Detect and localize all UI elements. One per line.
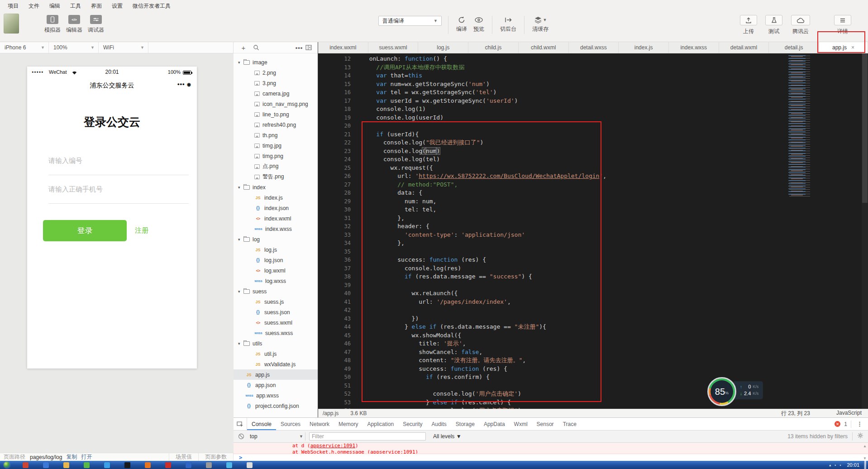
expand-arrow-icon[interactable]: ▾ (238, 289, 243, 294)
devtools-tab[interactable]: Sensor (532, 418, 558, 430)
inspect-element-icon[interactable] (234, 418, 247, 430)
collapse-panel-icon[interactable] (304, 45, 313, 50)
editor-tab-appjs-active[interactable]: app.js × (819, 42, 868, 53)
phone-number-input[interactable]: 请输入正确手机号 (48, 185, 103, 194)
tree-item-点.png[interactable]: 点.png (234, 161, 318, 172)
editor-tab[interactable]: log.js (418, 42, 468, 53)
menu-item[interactable]: 编辑 (44, 0, 65, 12)
taskbar-app-icon[interactable] (124, 462, 130, 468)
tree-item-log[interactable]: ▾log (234, 234, 318, 244)
clear-console-icon[interactable] (238, 433, 244, 440)
account-input[interactable]: 请输入编号 (48, 157, 82, 165)
devtools-tab[interactable]: Audits (427, 418, 451, 430)
log-levels-select[interactable]: All levels ▼ (433, 433, 462, 440)
tree-item-index[interactable]: ▾index (234, 182, 318, 192)
expand-arrow-icon[interactable]: ▾ (238, 237, 243, 242)
tree-item-suess.wxml[interactable]: <>suess.wxml (234, 317, 318, 328)
simulator-toggle-button[interactable]: 模拟器 (42, 15, 63, 34)
devtools-tab[interactable]: Wxml (510, 418, 532, 430)
tree-item-index.wxml[interactable]: <>index.wxml (234, 213, 318, 224)
tree-item-suess[interactable]: ▾suess (234, 286, 318, 297)
tencent-cloud-button[interactable]: 腾讯云 (787, 15, 815, 35)
search-icon[interactable] (252, 44, 261, 51)
editor-tab[interactable]: detail.js (769, 42, 819, 53)
expand-arrow-icon[interactable]: ▾ (238, 341, 243, 346)
tree-item-wxValidate.js[interactable]: JSwxValidate.js (234, 359, 318, 369)
tree-item-log.js[interactable]: JSlog.js (234, 244, 318, 255)
clear-cache-button[interactable]: ▼ 清缓存 (532, 16, 548, 33)
editor-tab[interactable]: detail.wxml (719, 42, 769, 53)
test-button[interactable]: 测试 (761, 15, 787, 35)
console-prompt[interactable]: > (234, 454, 868, 461)
devtools-tab[interactable]: Application (362, 418, 398, 430)
page-params-tab[interactable]: 页面参数 (198, 453, 233, 461)
devtools-tab[interactable]: Trace (558, 418, 581, 430)
tree-item-camera.jpg[interactable]: camera.jpg (234, 88, 318, 99)
devtools-tab[interactable]: Memory (334, 418, 362, 430)
taskbar-app-icon[interactable] (226, 462, 232, 468)
close-icon[interactable]: × (851, 44, 854, 51)
taskbar-app-icon[interactable] (206, 462, 212, 468)
devtools-tab[interactable]: Storage (451, 418, 479, 430)
menu-item[interactable]: 文件 (24, 0, 44, 12)
tree-item-image[interactable]: ▾image (234, 57, 318, 67)
devtools-tab[interactable]: AppData (479, 418, 510, 430)
menu-item[interactable]: 界面 (86, 0, 107, 12)
scene-value-tab[interactable]: 场景值 (169, 453, 198, 461)
editor-toggle-button[interactable]: </> 编辑器 (63, 15, 85, 34)
preview-button[interactable]: 预览 (473, 16, 484, 33)
system-tray-icons[interactable]: ▴ ▪ ▪ (829, 463, 842, 467)
source-link[interactable]: appservice:1091 (310, 443, 355, 449)
console-scrollbar[interactable]: ▲▼ (862, 444, 868, 460)
editor-tab[interactable]: child.wxml (519, 42, 569, 53)
tree-item-line_to.png[interactable]: line_to.png (234, 109, 318, 120)
taskbar-app-icon[interactable] (186, 462, 191, 468)
tree-item-refresh40.png[interactable]: refresh40.png (234, 120, 318, 130)
tree-item-project.config.json[interactable]: {}project.config.json (234, 401, 318, 411)
menu-item[interactable]: 工具 (65, 0, 86, 12)
tree-item-app.wxss[interactable]: wxssapp.wxss (234, 390, 318, 401)
user-avatar[interactable] (4, 14, 19, 34)
menu-item[interactable]: 项目 (3, 0, 24, 12)
tree-item-suess.js[interactable]: JSsuess.js (234, 297, 318, 307)
devtools-tab[interactable]: Security (398, 418, 427, 430)
menu-item[interactable]: 设置 (107, 0, 128, 12)
tree-item-util.js[interactable]: JSutil.js (234, 349, 318, 359)
editor-tab[interactable]: index.js (619, 42, 669, 53)
tree-item-app.js[interactable]: JSapp.js (234, 369, 318, 380)
tree-item-suess.wxss[interactable]: wxsssuess.wxss (234, 328, 318, 338)
start-button[interactable] (4, 462, 10, 468)
editor-tab[interactable]: index.wxss (669, 42, 719, 53)
expand-arrow-icon[interactable]: ▾ (238, 185, 243, 190)
tree-item-log.wxss[interactable]: wxsslog.wxss (234, 276, 318, 286)
more-icon[interactable]: ••• (294, 44, 304, 51)
editor-tab[interactable]: index.wxml (318, 42, 368, 53)
tree-item-utils[interactable]: ▾utils (234, 338, 318, 349)
taskbar-app-icon[interactable] (23, 462, 29, 468)
login-button[interactable]: 登录 (43, 220, 127, 241)
editor-tab[interactable]: suess.wxml (368, 42, 419, 53)
compile-button[interactable]: 编译 (456, 16, 467, 33)
network-select[interactable]: WiFi▼ (99, 42, 148, 53)
tree-item-log.json[interactable]: {}log.json (234, 255, 318, 265)
tree-item-index.json[interactable]: {}index.json (234, 203, 318, 213)
devtools-tab[interactable]: Console (247, 418, 276, 430)
settings-gear-icon[interactable] (857, 432, 863, 440)
upload-button[interactable]: 上传 (736, 15, 761, 35)
compile-mode-select[interactable]: 普通编译 ▼ (378, 16, 442, 26)
code-area[interactable]: 12 onLaunch: function() {13 //调用API从本地缓存… (318, 53, 868, 409)
copy-path-link[interactable]: 复制 (66, 453, 77, 461)
editor-tab[interactable]: detail.wxss (569, 42, 619, 53)
context-select[interactable]: top▼ (250, 433, 303, 440)
taskbar-app-icon[interactable] (84, 462, 90, 468)
miniprogram-menu-button[interactable]: ••• ◉ (177, 81, 191, 87)
open-path-link[interactable]: 打开 (81, 453, 92, 461)
taskbar-app-icon[interactable] (63, 462, 69, 468)
add-file-icon[interactable]: + (239, 44, 248, 52)
switch-background-button[interactable]: 切后台 (500, 16, 516, 33)
show-desktop-button[interactable] (864, 461, 866, 469)
device-select[interactable]: iPhone 6▼ (0, 42, 49, 53)
tree-item-timg.jpg[interactable]: timg.jpg (234, 140, 318, 151)
console-filter-input[interactable] (309, 432, 426, 440)
taskbar-app-icon[interactable] (43, 462, 49, 468)
